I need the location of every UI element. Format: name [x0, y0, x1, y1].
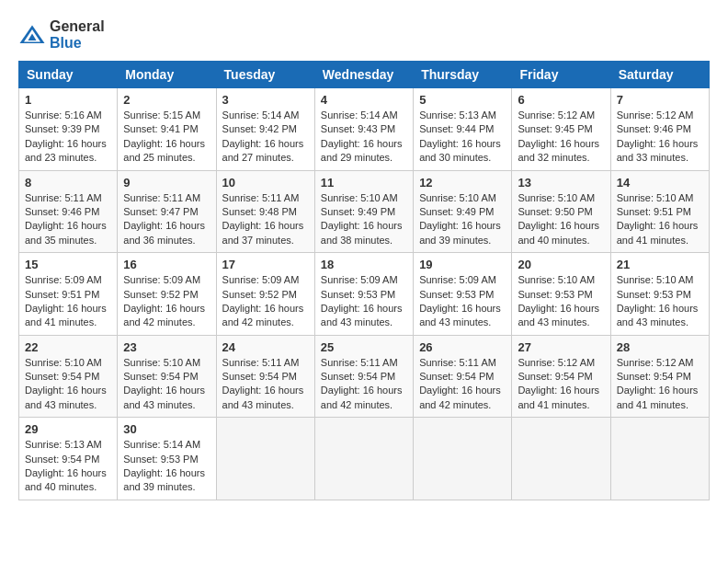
- daylight-text: Daylight: 16 hours and 36 minutes.: [123, 220, 205, 245]
- sunrise-text: Sunrise: 5:14 AM: [123, 439, 200, 450]
- calendar-cell: [314, 418, 413, 500]
- sunrise-text: Sunrise: 5:10 AM: [617, 274, 694, 285]
- sunset-text: Sunset: 9:54 PM: [321, 371, 395, 382]
- sunset-text: Sunset: 9:39 PM: [25, 123, 99, 134]
- sunrise-text: Sunrise: 5:12 AM: [617, 109, 694, 121]
- calendar-week-4: 22 Sunrise: 5:10 AM Sunset: 9:54 PM Dayl…: [19, 335, 710, 418]
- daylight-text: Daylight: 16 hours and 41 minutes.: [617, 220, 699, 245]
- daylight-text: Daylight: 16 hours and 43 minutes.: [321, 303, 403, 327]
- daylight-text: Daylight: 16 hours and 42 minutes.: [321, 385, 403, 409]
- sunrise-text: Sunrise: 5:10 AM: [321, 192, 398, 203]
- sunrise-text: Sunrise: 5:14 AM: [321, 109, 398, 121]
- sunset-text: Sunset: 9:41 PM: [123, 123, 198, 134]
- day-number: 15: [25, 258, 111, 271]
- calendar-cell: 5 Sunrise: 5:13 AM Sunset: 9:44 PM Dayli…: [414, 88, 512, 171]
- sunset-text: Sunset: 9:54 PM: [617, 371, 691, 382]
- day-info: Sunrise: 5:15 AM Sunset: 9:41 PM Dayligh…: [123, 109, 210, 166]
- sunset-text: Sunset: 9:44 PM: [419, 123, 494, 134]
- daylight-text: Daylight: 16 hours and 30 minutes.: [419, 138, 501, 163]
- day-info: Sunrise: 5:10 AM Sunset: 9:50 PM Dayligh…: [518, 191, 604, 248]
- sunrise-text: Sunrise: 5:09 AM: [25, 274, 102, 285]
- day-info: Sunrise: 5:10 AM Sunset: 9:51 PM Dayligh…: [617, 191, 703, 248]
- calendar-cell: 26 Sunrise: 5:11 AM Sunset: 9:54 PM Dayl…: [414, 335, 512, 418]
- day-number: 24: [222, 340, 309, 354]
- weekday-header-tuesday: Tuesday: [216, 62, 314, 88]
- day-number: 5: [419, 93, 506, 107]
- day-number: 13: [518, 176, 604, 190]
- sunset-text: Sunset: 9:52 PM: [222, 289, 297, 300]
- daylight-text: Daylight: 16 hours and 38 minutes.: [321, 220, 403, 245]
- daylight-text: Daylight: 16 hours and 40 minutes.: [25, 467, 107, 492]
- day-number: 30: [123, 422, 210, 436]
- calendar-cell: 6 Sunrise: 5:12 AM Sunset: 9:45 PM Dayli…: [512, 88, 610, 171]
- calendar-cell: 19 Sunrise: 5:09 AM Sunset: 9:53 PM Dayl…: [414, 253, 512, 336]
- daylight-text: Daylight: 16 hours and 32 minutes.: [518, 138, 599, 163]
- daylight-text: Daylight: 16 hours and 39 minutes.: [419, 220, 501, 245]
- logo: General Blue: [18, 18, 105, 52]
- sunrise-text: Sunrise: 5:10 AM: [123, 357, 200, 368]
- sunrise-text: Sunrise: 5:10 AM: [25, 357, 102, 368]
- sunrise-text: Sunrise: 5:11 AM: [222, 357, 300, 368]
- sunset-text: Sunset: 9:46 PM: [25, 206, 99, 217]
- page-header: General Blue: [18, 18, 710, 52]
- sunset-text: Sunset: 9:45 PM: [518, 123, 592, 134]
- day-number: 11: [321, 176, 407, 190]
- day-number: 29: [25, 422, 111, 436]
- day-info: Sunrise: 5:14 AM Sunset: 9:43 PM Dayligh…: [321, 109, 407, 166]
- day-number: 3: [222, 93, 309, 107]
- day-number: 2: [123, 93, 210, 107]
- day-number: 27: [518, 340, 604, 354]
- daylight-text: Daylight: 16 hours and 43 minutes.: [222, 385, 304, 409]
- calendar-cell: 1 Sunrise: 5:16 AM Sunset: 9:39 PM Dayli…: [19, 88, 118, 171]
- sunset-text: Sunset: 9:54 PM: [25, 454, 99, 465]
- calendar-cell: 15 Sunrise: 5:09 AM Sunset: 9:51 PM Dayl…: [19, 253, 118, 336]
- day-info: Sunrise: 5:10 AM Sunset: 9:49 PM Dayligh…: [321, 191, 407, 248]
- day-info: Sunrise: 5:10 AM Sunset: 9:54 PM Dayligh…: [123, 356, 210, 413]
- sunset-text: Sunset: 9:51 PM: [617, 206, 691, 217]
- calendar-cell: [512, 418, 610, 500]
- day-info: Sunrise: 5:11 AM Sunset: 9:54 PM Dayligh…: [321, 356, 407, 413]
- daylight-text: Daylight: 16 hours and 43 minutes.: [25, 385, 107, 409]
- calendar-week-2: 8 Sunrise: 5:11 AM Sunset: 9:46 PM Dayli…: [19, 170, 710, 253]
- sunset-text: Sunset: 9:53 PM: [518, 289, 592, 300]
- daylight-text: Daylight: 16 hours and 40 minutes.: [518, 220, 599, 245]
- sunrise-text: Sunrise: 5:09 AM: [321, 274, 398, 285]
- day-number: 18: [321, 258, 407, 271]
- day-info: Sunrise: 5:14 AM Sunset: 9:53 PM Dayligh…: [123, 438, 210, 495]
- sunset-text: Sunset: 9:48 PM: [222, 206, 297, 217]
- calendar-week-1: 1 Sunrise: 5:16 AM Sunset: 9:39 PM Dayli…: [19, 88, 710, 171]
- calendar-cell: 30 Sunrise: 5:14 AM Sunset: 9:53 PM Dayl…: [118, 418, 216, 500]
- daylight-text: Daylight: 16 hours and 25 minutes.: [123, 138, 205, 163]
- day-number: 8: [25, 176, 111, 190]
- day-info: Sunrise: 5:10 AM Sunset: 9:53 PM Dayligh…: [617, 273, 703, 330]
- daylight-text: Daylight: 16 hours and 43 minutes.: [617, 303, 699, 327]
- calendar-cell: 18 Sunrise: 5:09 AM Sunset: 9:53 PM Dayl…: [314, 253, 413, 336]
- calendar-cell: 13 Sunrise: 5:10 AM Sunset: 9:50 PM Dayl…: [512, 170, 610, 253]
- weekday-header-thursday: Thursday: [414, 62, 512, 88]
- calendar-cell: 9 Sunrise: 5:11 AM Sunset: 9:47 PM Dayli…: [118, 170, 216, 253]
- sunrise-text: Sunrise: 5:11 AM: [25, 192, 102, 203]
- day-info: Sunrise: 5:11 AM Sunset: 9:48 PM Dayligh…: [222, 191, 309, 248]
- day-number: 25: [321, 340, 407, 354]
- day-number: 28: [617, 340, 703, 354]
- daylight-text: Daylight: 16 hours and 39 minutes.: [123, 467, 205, 492]
- day-info: Sunrise: 5:10 AM Sunset: 9:54 PM Dayligh…: [25, 356, 111, 413]
- sunset-text: Sunset: 9:52 PM: [123, 289, 198, 300]
- calendar-cell: 4 Sunrise: 5:14 AM Sunset: 9:43 PM Dayli…: [314, 88, 413, 171]
- logo-icon: [18, 24, 46, 46]
- sunset-text: Sunset: 9:50 PM: [518, 206, 592, 217]
- sunrise-text: Sunrise: 5:11 AM: [419, 357, 496, 368]
- day-number: 7: [617, 93, 703, 107]
- calendar-cell: 8 Sunrise: 5:11 AM Sunset: 9:46 PM Dayli…: [19, 170, 118, 253]
- weekday-header-friday: Friday: [512, 62, 610, 88]
- sunrise-text: Sunrise: 5:09 AM: [419, 274, 496, 285]
- calendar-cell: 29 Sunrise: 5:13 AM Sunset: 9:54 PM Dayl…: [19, 418, 118, 500]
- calendar-cell: [414, 418, 512, 500]
- day-number: 16: [123, 258, 210, 271]
- daylight-text: Daylight: 16 hours and 37 minutes.: [222, 220, 304, 245]
- calendar-cell: 25 Sunrise: 5:11 AM Sunset: 9:54 PM Dayl…: [314, 335, 413, 418]
- calendar-cell: 14 Sunrise: 5:10 AM Sunset: 9:51 PM Dayl…: [610, 170, 709, 253]
- sunset-text: Sunset: 9:53 PM: [123, 454, 198, 465]
- calendar-cell: 23 Sunrise: 5:10 AM Sunset: 9:54 PM Dayl…: [118, 335, 216, 418]
- daylight-text: Daylight: 16 hours and 43 minutes.: [123, 385, 205, 409]
